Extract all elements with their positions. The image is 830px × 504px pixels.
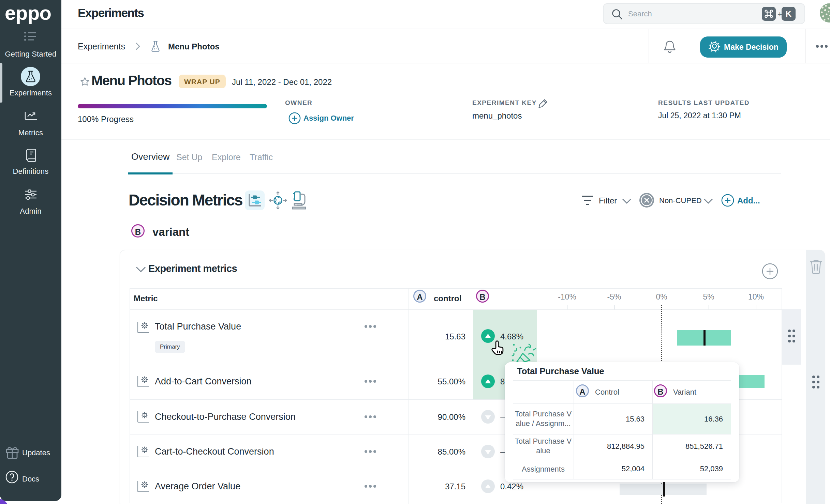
svg-text:eppo: eppo: [5, 2, 51, 24]
